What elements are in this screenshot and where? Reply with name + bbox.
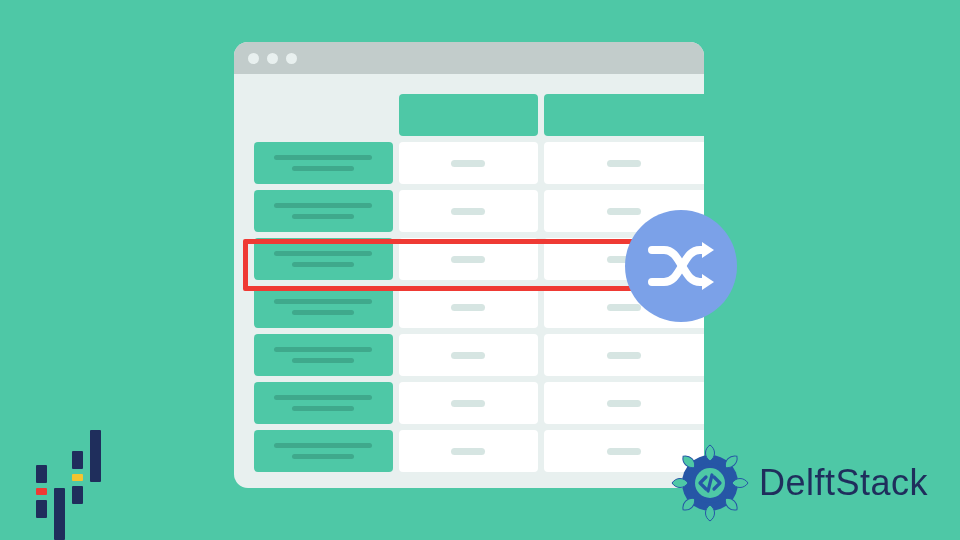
cell-placeholder — [607, 448, 641, 455]
placeholder-line — [292, 454, 354, 459]
cell-placeholder — [451, 208, 485, 215]
logo-segment — [72, 486, 83, 504]
cell-placeholder — [451, 304, 485, 311]
table-row — [254, 334, 704, 376]
window-titlebar — [234, 42, 704, 74]
shuffle-icon — [646, 236, 716, 296]
cell-placeholder — [607, 208, 641, 215]
row-highlight — [243, 239, 690, 291]
placeholder-line — [274, 443, 372, 448]
table-cell — [544, 142, 704, 184]
table-cell — [544, 382, 704, 424]
delftstack-logo: DelftStack — [671, 444, 928, 522]
window-control-dot — [286, 53, 297, 64]
logo-segment — [36, 488, 47, 495]
cell-placeholder — [607, 304, 641, 311]
logo-segment — [90, 430, 101, 482]
placeholder-line — [274, 155, 372, 160]
table-cell — [399, 334, 538, 376]
logo-segment — [54, 488, 65, 540]
logo-bar — [36, 465, 47, 518]
delftstack-emblem-icon — [671, 444, 749, 522]
table-row — [254, 382, 704, 424]
row-header — [254, 190, 393, 232]
cell-placeholder — [451, 352, 485, 359]
row-header — [254, 382, 393, 424]
placeholder-line — [292, 310, 354, 315]
window-control-dot — [248, 53, 259, 64]
table-header-row — [254, 94, 704, 136]
brand-name: DelftStack — [759, 462, 928, 504]
placeholder-line — [292, 214, 354, 219]
logo-bar — [54, 488, 65, 540]
column-header — [399, 94, 538, 136]
shuffle-badge — [625, 210, 737, 322]
row-header — [254, 430, 393, 472]
logo-segment — [72, 474, 83, 481]
placeholder-line — [274, 347, 372, 352]
table-row — [254, 430, 704, 472]
table-cell — [399, 190, 538, 232]
cell-placeholder — [451, 160, 485, 167]
cell-placeholder — [451, 448, 485, 455]
placeholder-line — [274, 395, 372, 400]
logo-bar — [72, 451, 83, 504]
table-cell — [544, 334, 704, 376]
row-header — [254, 286, 393, 328]
table-cell — [399, 286, 538, 328]
table-row — [254, 142, 704, 184]
cell-placeholder — [607, 160, 641, 167]
corner-cell — [254, 94, 393, 136]
cell-placeholder — [607, 352, 641, 359]
table-cell — [399, 430, 538, 472]
window-control-dot — [267, 53, 278, 64]
table-cell — [399, 382, 538, 424]
placeholder-line — [274, 299, 372, 304]
logo-segment — [36, 465, 47, 483]
pandas-logo — [36, 430, 101, 518]
logo-segment — [72, 451, 83, 469]
table-row — [254, 190, 704, 232]
column-header — [544, 94, 704, 136]
row-header — [254, 142, 393, 184]
placeholder-line — [292, 358, 354, 363]
logo-segment — [36, 500, 47, 518]
logo-bar — [90, 430, 101, 482]
cell-placeholder — [607, 400, 641, 407]
placeholder-line — [292, 166, 354, 171]
row-header — [254, 334, 393, 376]
placeholder-line — [274, 203, 372, 208]
cell-placeholder — [451, 400, 485, 407]
placeholder-line — [292, 406, 354, 411]
table-cell — [399, 142, 538, 184]
